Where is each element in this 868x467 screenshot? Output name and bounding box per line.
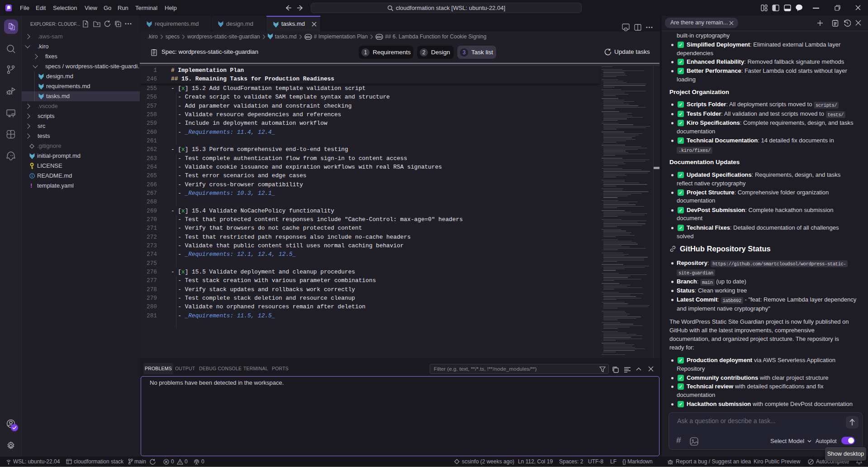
svg-text:abc: abc xyxy=(305,35,311,39)
svg-text:abc: abc xyxy=(376,35,382,39)
